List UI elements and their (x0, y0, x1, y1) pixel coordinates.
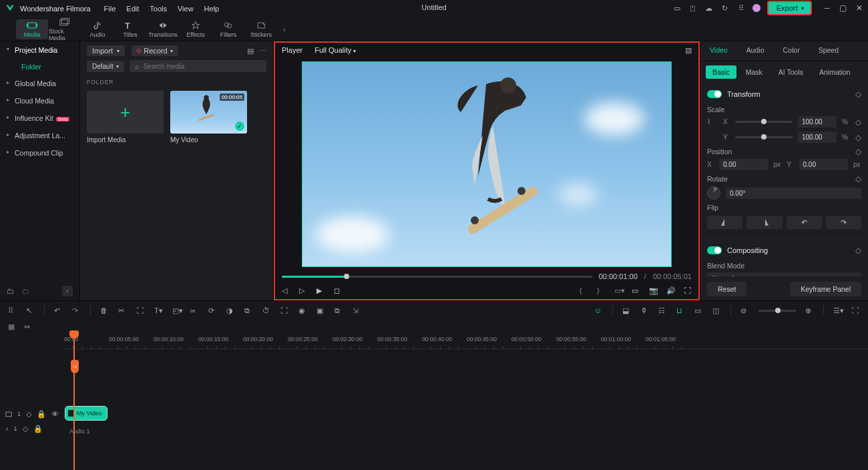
new-bin-icon[interactable]: 🗀 (22, 287, 29, 295)
group-icon[interactable]: ▣ (316, 306, 325, 315)
playhead[interactable] (73, 330, 75, 470)
menu-edit[interactable]: Edit (126, 5, 139, 13)
track-eye-icon[interactable]: 👁 (51, 410, 59, 418)
pos-y-value[interactable]: 0.00 (799, 159, 849, 170)
subtab-aitools[interactable]: AI Tools (772, 65, 810, 79)
menu-file[interactable]: File (104, 5, 116, 13)
atrack-lock-icon[interactable]: 🔒 (33, 425, 43, 433)
keyframe-panel-button[interactable]: Keyframe Panel (790, 282, 861, 296)
track-area[interactable]: ✂ My Video Audio 1 (64, 349, 868, 470)
volume-icon[interactable]: 🔊 (666, 286, 674, 294)
rotate-ccw-button[interactable]: ↶ (787, 216, 822, 229)
delete-icon[interactable]: 🗑 (100, 306, 109, 315)
asset-tab-effects[interactable]: Effects (180, 19, 212, 39)
scale-x-value[interactable]: 100.00 (798, 116, 837, 128)
sidebar-item-project-media[interactable]: ▾Project Media (0, 41, 79, 59)
snapshot-icon[interactable]: ▧ (685, 46, 692, 55)
position-keyframe[interactable]: ◇ (855, 147, 861, 156)
expand-icon[interactable]: ⇲ (353, 306, 361, 315)
mixer-icon[interactable]: ☷ (658, 306, 667, 315)
minimize-button[interactable]: ─ (824, 3, 830, 13)
search-input[interactable] (144, 63, 261, 70)
zoom-slider[interactable] (758, 310, 796, 312)
quality-dropdown[interactable]: Full Quality ▾ (314, 46, 356, 54)
scale-y-value[interactable]: 100.00 (798, 132, 837, 143)
snap-icon[interactable]: ▭ (694, 306, 703, 315)
tab-color[interactable]: Color (774, 41, 809, 61)
sync-icon[interactable]: ↻ (720, 3, 730, 13)
pos-x-value[interactable]: 0.00 (719, 159, 769, 170)
sort-default-dropdown[interactable]: Default▾ (87, 61, 124, 72)
scale-x-slider[interactable] (735, 121, 793, 123)
user-avatar[interactable] (752, 4, 761, 12)
close-button[interactable]: ✕ (856, 3, 863, 13)
sidebar-item-global-media[interactable]: ▸Global Media (0, 75, 79, 92)
detect-icon[interactable]: ⛶ (280, 306, 289, 315)
tab-audio[interactable]: Audio (737, 41, 774, 61)
zoom-out-icon[interactable]: ⊖ (740, 306, 749, 315)
transform-keyframe[interactable]: ◇ (855, 89, 861, 99)
track-mute-icon[interactable]: ◇ (26, 410, 31, 419)
stop-icon[interactable]: ◻ (334, 286, 342, 294)
next-frame-icon[interactable]: ▷ (299, 286, 307, 294)
compound-icon[interactable]: ⧉ (335, 306, 343, 315)
timeline-marker[interactable]: ✂ (71, 360, 79, 373)
tl-pointer-icon[interactable]: ↖ (26, 306, 35, 315)
timeline-clip[interactable]: My Video (65, 407, 107, 420)
mark-out-icon[interactable]: } (597, 286, 605, 294)
preview-seekbar[interactable] (282, 276, 592, 278)
reset-button[interactable]: Reset (707, 282, 746, 296)
sort-icon[interactable]: ▤ (247, 47, 254, 55)
freeze-icon[interactable]: ⧉ (244, 306, 253, 315)
menu-view[interactable]: View (178, 5, 194, 13)
undo-icon[interactable]: ↶ (54, 306, 63, 315)
sidebar-item-compound[interactable]: ▸Compound Clip (0, 144, 79, 162)
asset-tabs-more[interactable]: › (283, 25, 286, 33)
asset-tab-audio[interactable]: Audio (81, 19, 114, 39)
scale-x-keyframe[interactable]: ◇ (855, 118, 861, 127)
voice-icon[interactable]: 🎙 (640, 306, 649, 315)
magnet-icon[interactable]: ⊔ (676, 306, 685, 315)
marker-icon[interactable]: ⬓ (622, 306, 631, 315)
sidebar-folder[interactable]: Folder (0, 59, 79, 75)
sidebar-item-cloud-media[interactable]: ▸Cloud Media (0, 92, 79, 109)
tl-opt2-icon[interactable]: ⇔ (24, 322, 30, 331)
save-icon[interactable]: ⍞ (688, 3, 698, 13)
search-box[interactable]: ⌕ (130, 60, 266, 72)
timeline-ruler[interactable]: 00:0000:00:05:0000:00:10:0000:00:15:0000… (64, 333, 868, 349)
play-icon[interactable]: ▶ (316, 286, 324, 294)
fit-icon[interactable]: ⛶ (851, 306, 860, 315)
player-tab[interactable]: Player (282, 46, 302, 54)
rotate-value[interactable]: 0.00° (726, 188, 861, 199)
compositing-keyframe[interactable]: ◇ (855, 246, 861, 255)
sidebar-item-influence-kit[interactable]: ▸Influence KitBeta (0, 109, 79, 127)
speed-icon[interactable]: ⟳ (208, 306, 217, 315)
asset-tab-titles[interactable]: TTitles (114, 19, 146, 39)
link-icon[interactable]: ∞ (190, 306, 199, 315)
export-button[interactable]: Export▾ (767, 1, 813, 15)
fullscreen-icon[interactable]: ⛶ (684, 286, 692, 294)
color-icon[interactable]: ◑ (226, 306, 235, 315)
display-icon[interactable]: ▭ (632, 286, 640, 294)
mark-in-icon[interactable]: { (580, 286, 588, 294)
ratio-icon[interactable]: ▭▾ (614, 286, 622, 294)
redo-icon[interactable]: ↷ (72, 306, 81, 315)
prev-frame-icon[interactable]: ◁ (282, 286, 290, 294)
collapse-sidebar-icon[interactable]: ‹ (62, 286, 73, 296)
rotate-keyframe[interactable]: ◇ (855, 174, 861, 184)
media-tile-my-video[interactable]: 00:00:05 ✓ My Video (170, 91, 247, 144)
camera-icon[interactable]: 📷 (649, 286, 657, 294)
tl-settings-icon[interactable]: ⠿ (8, 306, 17, 315)
subtab-basic[interactable]: Basic (706, 65, 736, 79)
snap2-icon[interactable]: ◫ (712, 306, 721, 315)
menu-help[interactable]: Help (204, 5, 220, 13)
tl-opt1-icon[interactable]: ▦ (8, 322, 15, 331)
track-icon[interactable]: ◉ (298, 306, 307, 315)
subtab-mask[interactable]: Mask (739, 65, 769, 79)
transform-toggle[interactable] (707, 90, 722, 98)
duration-icon[interactable]: ⏱ (262, 306, 271, 315)
atrack-mute-icon[interactable]: ◇ (23, 425, 28, 433)
preview-canvas[interactable] (302, 61, 672, 267)
monitor-icon[interactable]: ▭ (672, 3, 682, 13)
list-view-icon[interactable]: ☰▾ (833, 306, 842, 315)
